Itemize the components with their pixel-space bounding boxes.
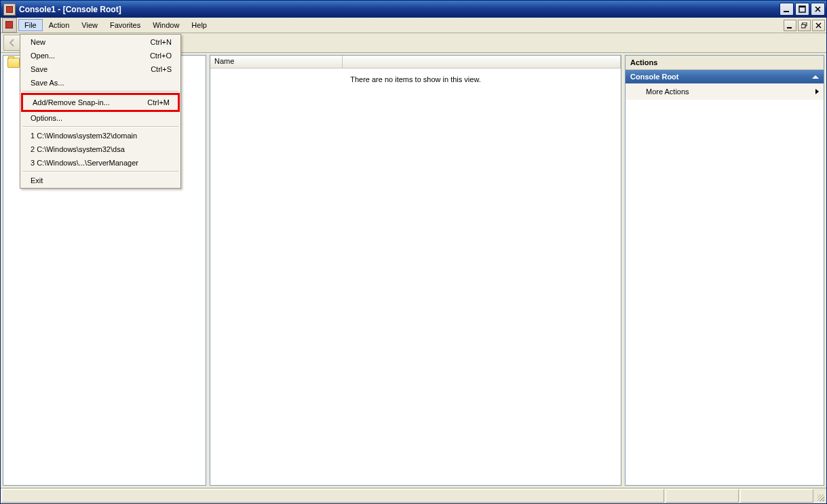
menubar: File Action View Favorites Window Help [1, 18, 826, 33]
menu-item-recent-3[interactable]: 3 C:\Windows\...\ServerManager [21, 156, 180, 170]
menu-item-new[interactable]: New Ctrl+N [21, 35, 180, 49]
column-header-name[interactable]: Name [210, 56, 343, 68]
menu-window[interactable]: Window [147, 19, 185, 31]
status-bar [1, 488, 826, 503]
nav-back-button[interactable] [3, 35, 21, 51]
actions-section-header[interactable]: Console Root [626, 70, 824, 83]
maximize-icon [799, 5, 806, 13]
empty-list-message: There are no items to show in this view. [210, 69, 621, 83]
resize-grip[interactable] [814, 488, 826, 503]
column-headers: Name [210, 56, 621, 69]
column-header-empty[interactable] [343, 56, 621, 68]
actions-header: Actions [626, 56, 824, 70]
arrow-left-icon [7, 38, 17, 47]
menu-view[interactable]: View [75, 19, 104, 31]
mdi-close-button[interactable] [812, 20, 825, 31]
mmc-icon[interactable] [2, 18, 17, 33]
actions-empty-area [626, 100, 824, 485]
svg-rect-3 [787, 27, 792, 28]
menu-item-options[interactable]: Options... [21, 111, 180, 125]
list-pane: Name There are no items to show in this … [210, 55, 621, 486]
mdi-buttons [782, 20, 826, 31]
menu-separator [22, 126, 178, 128]
menu-item-open[interactable]: Open... Ctrl+O [21, 49, 180, 62]
menu-favorites[interactable]: Favorites [104, 19, 147, 31]
mdi-minimize-button[interactable] [784, 20, 796, 31]
svg-rect-0 [784, 11, 789, 12]
app-icon [3, 3, 16, 16]
titlebar[interactable]: Console1 - [Console Root] [1, 1, 826, 18]
restore-icon [801, 22, 807, 28]
menu-item-save[interactable]: Save Ctrl+S [21, 62, 180, 76]
highlighted-menu-item: Add/Remove Snap-in... Ctrl+M [21, 93, 180, 112]
action-more-actions-label: More Actions [646, 88, 689, 96]
svg-rect-5 [801, 24, 805, 28]
window-buttons [778, 3, 825, 16]
actions-section-title: Console Root [630, 73, 679, 81]
collapse-icon [812, 75, 819, 79]
menu-help[interactable]: Help [185, 19, 213, 31]
maximize-button[interactable] [795, 3, 809, 16]
menu-item-save-as[interactable]: Save As... [21, 76, 180, 90]
minimize-icon [783, 5, 790, 13]
folder-icon [7, 58, 20, 68]
window-title: Console1 - [Console Root] [19, 5, 778, 14]
menu-separator [22, 171, 178, 172]
status-pane-1 [666, 489, 739, 503]
close-icon [814, 5, 822, 13]
menu-item-exit[interactable]: Exit [21, 174, 180, 187]
close-button[interactable] [811, 3, 825, 16]
menu-item-recent-1[interactable]: 1 C:\Windows\system32\domain [21, 129, 180, 142]
svg-rect-2 [799, 6, 805, 7]
file-menu-dropdown: New Ctrl+N Open... Ctrl+O Save Ctrl+S Sa… [20, 34, 181, 189]
mdi-restore-button[interactable] [798, 20, 811, 31]
minimize-icon [787, 22, 793, 28]
minimize-button[interactable] [780, 3, 794, 16]
status-pane-main [1, 489, 664, 503]
action-more-actions[interactable]: More Actions [626, 83, 824, 100]
menu-item-recent-2[interactable]: 2 C:\Windows\system32\dsa [21, 142, 180, 156]
mmc-window: Console1 - [Console Root] File Action Vi… [0, 0, 827, 504]
actions-pane: Actions Console Root More Actions [625, 55, 824, 486]
close-icon [815, 22, 822, 28]
menu-item-add-remove-snapin[interactable]: Add/Remove Snap-in... Ctrl+M [23, 95, 178, 110]
menu-file[interactable]: File [18, 19, 43, 31]
menu-separator [22, 91, 178, 92]
menu-action[interactable]: Action [43, 19, 76, 31]
status-pane-2 [740, 489, 813, 503]
submenu-arrow-icon [815, 89, 819, 94]
list-view[interactable]: Name There are no items to show in this … [210, 55, 621, 486]
